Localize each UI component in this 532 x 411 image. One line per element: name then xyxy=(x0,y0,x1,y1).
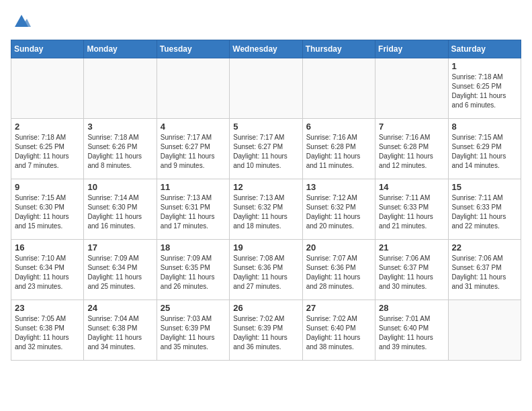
day-number: 14 xyxy=(379,182,444,192)
day-info: Sunrise: 7:13 AM Sunset: 6:32 PM Dayligh… xyxy=(233,193,298,231)
weekday-header-row: SundayMondayTuesdayWednesdayThursdayFrid… xyxy=(11,40,521,58)
calendar-cell: 18Sunrise: 7:09 AM Sunset: 6:35 PM Dayli… xyxy=(157,240,229,300)
weekday-header-tuesday: Tuesday xyxy=(157,40,229,58)
day-number: 21 xyxy=(379,242,444,253)
day-number: 12 xyxy=(233,182,298,192)
day-number: 26 xyxy=(233,303,298,313)
calendar-cell: 24Sunrise: 7:04 AM Sunset: 6:38 PM Dayli… xyxy=(84,300,157,361)
day-number: 2 xyxy=(15,122,80,132)
day-number: 9 xyxy=(15,182,80,192)
day-info: Sunrise: 7:01 AM Sunset: 6:40 PM Dayligh… xyxy=(379,314,444,352)
page-header xyxy=(11,11,521,33)
calendar-cell xyxy=(230,58,302,119)
day-info: Sunrise: 7:11 AM Sunset: 6:33 PM Dayligh… xyxy=(379,193,444,231)
day-number: 11 xyxy=(161,182,226,192)
calendar-week-row: 9Sunrise: 7:15 AM Sunset: 6:30 PM Daylig… xyxy=(11,179,521,240)
day-number: 23 xyxy=(15,303,80,313)
day-info: Sunrise: 7:03 AM Sunset: 6:39 PM Dayligh… xyxy=(161,314,226,352)
calendar-cell: 25Sunrise: 7:03 AM Sunset: 6:39 PM Dayli… xyxy=(157,300,229,361)
day-number: 3 xyxy=(87,122,152,132)
day-info: Sunrise: 7:02 AM Sunset: 6:39 PM Dayligh… xyxy=(233,314,298,352)
logo xyxy=(11,11,31,33)
calendar-cell: 6Sunrise: 7:16 AM Sunset: 6:28 PM Daylig… xyxy=(302,119,375,179)
weekday-header-thursday: Thursday xyxy=(302,40,375,58)
calendar-cell: 10Sunrise: 7:14 AM Sunset: 6:30 PM Dayli… xyxy=(84,179,157,240)
calendar-cell: 1Sunrise: 7:18 AM Sunset: 6:25 PM Daylig… xyxy=(448,58,521,119)
logo-icon xyxy=(12,11,31,30)
day-info: Sunrise: 7:08 AM Sunset: 6:36 PM Dayligh… xyxy=(233,254,298,291)
calendar-cell: 27Sunrise: 7:02 AM Sunset: 6:40 PM Dayli… xyxy=(302,300,375,361)
day-info: Sunrise: 7:13 AM Sunset: 6:31 PM Dayligh… xyxy=(161,193,226,231)
day-number: 1 xyxy=(452,61,517,71)
day-info: Sunrise: 7:07 AM Sunset: 6:36 PM Dayligh… xyxy=(306,254,371,291)
day-info: Sunrise: 7:11 AM Sunset: 6:33 PM Dayligh… xyxy=(452,193,517,231)
day-number: 27 xyxy=(306,303,371,313)
day-number: 18 xyxy=(161,242,226,253)
day-info: Sunrise: 7:12 AM Sunset: 6:32 PM Dayligh… xyxy=(306,193,371,231)
weekday-header-monday: Monday xyxy=(84,40,157,58)
day-number: 20 xyxy=(306,242,371,253)
day-number: 13 xyxy=(306,182,371,192)
calendar-cell xyxy=(157,58,229,119)
day-info: Sunrise: 7:18 AM Sunset: 6:26 PM Dayligh… xyxy=(87,133,152,171)
calendar-cell: 13Sunrise: 7:12 AM Sunset: 6:32 PM Dayli… xyxy=(302,179,375,240)
day-number: 6 xyxy=(306,122,371,132)
calendar-cell: 5Sunrise: 7:17 AM Sunset: 6:27 PM Daylig… xyxy=(230,119,302,179)
calendar-cell: 11Sunrise: 7:13 AM Sunset: 6:31 PM Dayli… xyxy=(157,179,229,240)
calendar-cell: 23Sunrise: 7:05 AM Sunset: 6:38 PM Dayli… xyxy=(11,300,84,361)
day-info: Sunrise: 7:17 AM Sunset: 6:27 PM Dayligh… xyxy=(161,133,226,171)
day-info: Sunrise: 7:15 AM Sunset: 6:30 PM Dayligh… xyxy=(15,193,80,231)
calendar-cell xyxy=(375,58,448,119)
calendar-cell: 28Sunrise: 7:01 AM Sunset: 6:40 PM Dayli… xyxy=(375,300,448,361)
weekday-header-wednesday: Wednesday xyxy=(230,40,302,58)
calendar-cell: 21Sunrise: 7:06 AM Sunset: 6:37 PM Dayli… xyxy=(375,240,448,300)
day-number: 16 xyxy=(15,242,80,253)
day-number: 4 xyxy=(161,122,226,132)
day-info: Sunrise: 7:15 AM Sunset: 6:29 PM Dayligh… xyxy=(452,133,517,171)
day-info: Sunrise: 7:06 AM Sunset: 6:37 PM Dayligh… xyxy=(452,254,517,291)
day-info: Sunrise: 7:18 AM Sunset: 6:25 PM Dayligh… xyxy=(452,73,517,110)
calendar-week-row: 1Sunrise: 7:18 AM Sunset: 6:25 PM Daylig… xyxy=(11,58,521,119)
day-info: Sunrise: 7:14 AM Sunset: 6:30 PM Dayligh… xyxy=(87,193,152,231)
calendar-week-row: 23Sunrise: 7:05 AM Sunset: 6:38 PM Dayli… xyxy=(11,300,521,361)
calendar-cell xyxy=(84,58,157,119)
weekday-header-sunday: Sunday xyxy=(11,40,84,58)
day-number: 28 xyxy=(379,303,444,313)
day-info: Sunrise: 7:04 AM Sunset: 6:38 PM Dayligh… xyxy=(87,314,152,352)
weekday-header-saturday: Saturday xyxy=(448,40,521,58)
calendar-cell: 20Sunrise: 7:07 AM Sunset: 6:36 PM Dayli… xyxy=(302,240,375,300)
calendar-cell: 4Sunrise: 7:17 AM Sunset: 6:27 PM Daylig… xyxy=(157,119,229,179)
calendar-cell: 12Sunrise: 7:13 AM Sunset: 6:32 PM Dayli… xyxy=(230,179,302,240)
day-number: 8 xyxy=(452,122,517,132)
day-info: Sunrise: 7:05 AM Sunset: 6:38 PM Dayligh… xyxy=(15,314,80,352)
calendar-cell: 8Sunrise: 7:15 AM Sunset: 6:29 PM Daylig… xyxy=(448,119,521,179)
calendar-cell: 16Sunrise: 7:10 AM Sunset: 6:34 PM Dayli… xyxy=(11,240,84,300)
day-number: 10 xyxy=(87,182,152,192)
calendar-cell: 15Sunrise: 7:11 AM Sunset: 6:33 PM Dayli… xyxy=(448,179,521,240)
day-number: 19 xyxy=(233,242,298,253)
day-info: Sunrise: 7:09 AM Sunset: 6:35 PM Dayligh… xyxy=(161,254,226,291)
weekday-header-friday: Friday xyxy=(375,40,448,58)
day-number: 22 xyxy=(452,242,517,253)
calendar-cell: 7Sunrise: 7:16 AM Sunset: 6:28 PM Daylig… xyxy=(375,119,448,179)
calendar-week-row: 16Sunrise: 7:10 AM Sunset: 6:34 PM Dayli… xyxy=(11,240,521,300)
calendar-table: SundayMondayTuesdayWednesdayThursdayFrid… xyxy=(11,40,521,361)
day-number: 17 xyxy=(87,242,152,253)
calendar-cell: 26Sunrise: 7:02 AM Sunset: 6:39 PM Dayli… xyxy=(230,300,302,361)
day-info: Sunrise: 7:16 AM Sunset: 6:28 PM Dayligh… xyxy=(379,133,444,171)
calendar-cell: 14Sunrise: 7:11 AM Sunset: 6:33 PM Dayli… xyxy=(375,179,448,240)
day-info: Sunrise: 7:17 AM Sunset: 6:27 PM Dayligh… xyxy=(233,133,298,171)
calendar-cell: 2Sunrise: 7:18 AM Sunset: 6:25 PM Daylig… xyxy=(11,119,84,179)
calendar-cell: 22Sunrise: 7:06 AM Sunset: 6:37 PM Dayli… xyxy=(448,240,521,300)
day-info: Sunrise: 7:09 AM Sunset: 6:34 PM Dayligh… xyxy=(87,254,152,291)
calendar-cell xyxy=(302,58,375,119)
calendar-cell xyxy=(448,300,521,361)
day-info: Sunrise: 7:06 AM Sunset: 6:37 PM Dayligh… xyxy=(379,254,444,291)
calendar-cell: 17Sunrise: 7:09 AM Sunset: 6:34 PM Dayli… xyxy=(84,240,157,300)
day-number: 24 xyxy=(87,303,152,313)
day-info: Sunrise: 7:18 AM Sunset: 6:25 PM Dayligh… xyxy=(15,133,80,171)
day-number: 5 xyxy=(233,122,298,132)
day-info: Sunrise: 7:16 AM Sunset: 6:28 PM Dayligh… xyxy=(306,133,371,171)
day-number: 25 xyxy=(161,303,226,313)
calendar-week-row: 2Sunrise: 7:18 AM Sunset: 6:25 PM Daylig… xyxy=(11,119,521,179)
